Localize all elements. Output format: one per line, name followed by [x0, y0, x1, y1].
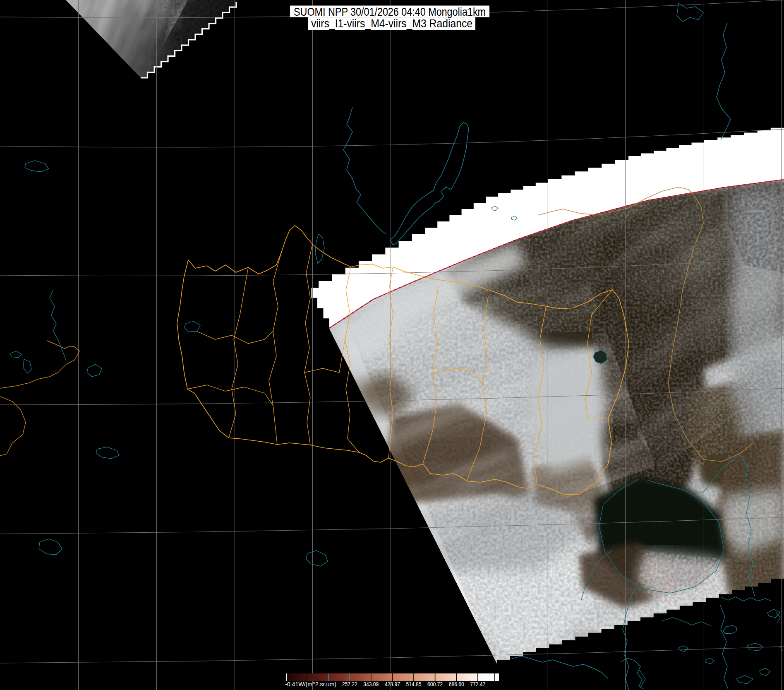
svg-text:257.22: 257.22 — [342, 680, 357, 688]
svg-text:viirs_I1-viirs_M4-viirs_M3 Rad: viirs_I1-viirs_M4-viirs_M3 Radiance — [311, 17, 472, 30]
svg-text:514.85: 514.85 — [406, 680, 422, 688]
svg-text:772.47: 772.47 — [470, 680, 485, 688]
svg-text:-0.41W/(m^2.sr.um): -0.41W/(m^2.sr.um) — [285, 680, 336, 688]
svg-text:SUOMI NPP 30/01/2026 04:40 Mon: SUOMI NPP 30/01/2026 04:40 Mongolia1km — [294, 5, 486, 18]
svg-text:343.09: 343.09 — [363, 680, 379, 688]
svg-text:686.60: 686.60 — [449, 680, 464, 688]
svg-text:428.97: 428.97 — [385, 680, 400, 688]
svg-text:600.72: 600.72 — [427, 680, 443, 688]
